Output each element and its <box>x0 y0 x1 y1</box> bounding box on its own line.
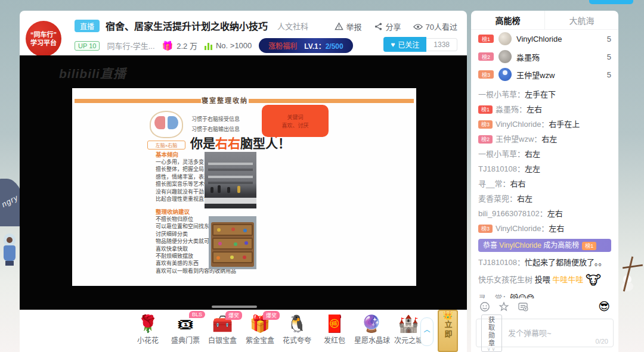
panel-tabs: 高能榜大航海 <box>471 11 618 30</box>
habit-lines: 习惯于右脑接受信息 习惯于右脑输出信息 <box>191 114 240 135</box>
toast-line1: 关键词 <box>262 113 329 122</box>
gift-badge: BLS <box>189 311 205 318</box>
section1-title: 基本倾向 <box>156 150 178 158</box>
mascot-icon: 🐧 <box>280 313 314 335</box>
slide-title-bar-left <box>75 99 201 103</box>
avatar <box>499 68 512 81</box>
boarding-ribbon[interactable]: 👑 立即 <box>438 310 458 352</box>
stream-header: “同车行” 学习平台 直播 宿舍、居家生活提升计划之收纳小技巧 人文社科 举报 … <box>20 11 467 55</box>
viewers-count: 70人看过 <box>413 21 457 32</box>
followed-label: 已关注 <box>398 39 419 49</box>
eye-icon <box>413 23 423 30</box>
section2-title: 整理收纳建议 <box>156 207 190 216</box>
message-text: 忙起来了都随便放了。。 <box>525 258 606 267</box>
emote-picker-icon[interactable] <box>479 301 490 312</box>
sunglasses-emoji-icon[interactable]: 😎 <box>598 300 610 313</box>
viewers-label: 70人看过 <box>426 21 457 32</box>
message-text: 右右 <box>510 179 525 188</box>
avatar <box>499 32 512 45</box>
rank-badge: 榜3 <box>478 70 494 79</box>
gift-bar: 🌹小花花🎟BLS盛典门票🧰爆奖白银宝盒🎁爆奖紫金宝盒🐧花式夸夸🧧发红包🔮星愿水晶… <box>20 310 467 352</box>
report-label: 举报 <box>346 21 362 32</box>
follow-count: 1338 <box>426 38 457 51</box>
gift-item[interactable]: 🐧花式夸夸 <box>280 313 314 345</box>
message-text: 左手在下 <box>525 90 556 99</box>
gift-label: 发红包 <box>324 337 345 345</box>
share-icon <box>374 22 383 31</box>
room-category[interactable]: 人文社科 <box>277 20 308 32</box>
gift-label: 星愿水晶球 <box>354 337 390 345</box>
char-counter: 0/20 <box>596 338 608 345</box>
brain-label: 左脑×右脑 <box>147 141 185 149</box>
gift-count: 2.2 万 <box>177 40 197 51</box>
gift-item[interactable]: 🔮星愿水晶球 <box>354 313 389 345</box>
chat-panel: 高能榜大航海 榜1VinylChloride5榜2淼墨殇5榜3王仲望wzw5 一… <box>471 11 618 352</box>
up-level-badge: UP 10 <box>75 41 100 51</box>
chat-message: 榜1淼墨殇：左右 <box>478 102 611 117</box>
rank-badge: 榜1 <box>478 35 494 43</box>
ranking-row[interactable]: 榜3王仲望wzw5 <box>471 66 618 83</box>
gift-label: 紫金宝盒 <box>246 337 274 345</box>
share-button[interactable]: 分享 <box>374 21 401 32</box>
streamer-logo[interactable]: “同车行” 学习平台 <box>26 21 61 57</box>
warning-icon <box>335 22 343 31</box>
tab-fleet[interactable]: 大航海 <box>544 11 618 29</box>
double-chevron-down-icon: ∨∨ <box>486 347 497 351</box>
gift-item[interactable]: 🧰爆奖白银宝盒 <box>205 313 240 345</box>
magic-star-icon[interactable] <box>499 301 509 312</box>
message-user: VinylChloride： <box>496 120 549 129</box>
chat-message: 一根小苇草：右左 <box>478 147 611 161</box>
fans-pill-label: 涨粉福利 <box>268 41 297 51</box>
danmaku-input[interactable] <box>508 329 613 338</box>
message-user: 麦香菜兜： <box>478 194 517 203</box>
top-partial-button[interactable] <box>589 0 633 4</box>
message-user: VinylChloride： <box>496 224 549 233</box>
message-user: 寻__常： <box>478 179 510 188</box>
streamer-name[interactable]: 同车行-学生... <box>107 40 154 51</box>
followed-button[interactable]: ♥ 已关注 <box>383 37 426 52</box>
tab-high-energy[interactable]: 高能榜 <box>471 11 544 29</box>
message-user: 王仲望wzw： <box>496 135 541 144</box>
logo-line2: 学习平台 <box>30 39 57 47</box>
gift-feed-message: 快乐女孩花生树 投喂 牛哇牛哇 🐮 <box>478 270 611 291</box>
gift-item[interactable]: 🎁爆奖紫金宝盒 <box>243 313 277 345</box>
gift-stat: 🎁 2.2 万 <box>162 40 197 51</box>
message-text: 左右 <box>527 105 542 114</box>
rank-value: 5 <box>607 70 611 79</box>
video-player[interactable]: bilibili直播 寝室整理收纳 左脑×右脑 习惯于右脑接受信息 习惯于右脑输… <box>20 55 467 310</box>
live-badge: 直播 <box>75 20 100 32</box>
chat-message: 一根小苇草：左手在下 <box>478 87 611 102</box>
toast-line2: 喜欢、讨厌 <box>262 122 329 130</box>
collapse-gift-bar-button[interactable]: ︿ <box>420 317 434 346</box>
gift-item[interactable]: 🧧发红包 <box>317 313 352 345</box>
player-bottom-handle[interactable] <box>212 306 257 308</box>
ranking-row[interactable]: 榜1VinylChloride5 <box>471 30 618 48</box>
gift-item[interactable]: 🎟BLS盛典门票 <box>168 313 203 345</box>
chat-toolbar: 😎 <box>471 298 618 315</box>
slide-title: 寝室整理收纳 <box>201 95 249 105</box>
bilibili-live-watermark: bilibili直播 <box>59 64 126 82</box>
message-text: 左右 <box>549 224 564 233</box>
chat-message-list: 一根小苇草：左手在下榜1淼墨殇：左右榜3VinylChloride：右手在上榜2… <box>471 83 618 298</box>
chat-message: TJ1810108：左左 <box>478 161 611 176</box>
danmaku-settings-icon[interactable] <box>518 301 529 312</box>
habit-line1: 习惯于右脑接受信息 <box>191 114 240 124</box>
rank-user-name: 王仲望wzw <box>516 69 602 80</box>
emoji-message: 寻__常：😸😏😋 <box>478 291 611 298</box>
chat-message: 榜3VinylChloride：左右 <box>478 221 611 236</box>
background-stick <box>623 264 643 269</box>
presentation-slide: 寝室整理收纳 左脑×右脑 习惯于右脑接受信息 习惯于右脑输出信息 你是右右脑型人… <box>72 88 416 286</box>
message-text: 右手在上 <box>549 120 580 129</box>
cow-emote-icon: 🐮 <box>586 273 601 288</box>
ranking-row[interactable]: 榜2淼墨殇5 <box>471 48 618 66</box>
report-button[interactable]: 举报 <box>335 21 362 32</box>
photo-toy-storage-bins <box>209 216 256 269</box>
rank-value: 5 <box>607 35 611 43</box>
message-user: TJ1810108： <box>478 258 525 267</box>
fans-benefit-pill[interactable]: 涨粉福利 LV.1：2/500 <box>259 38 352 53</box>
message-text: 右左 <box>517 194 532 203</box>
high-energy-banner: 恭喜 VinylChloride 成为高能榜榜1 <box>478 239 611 252</box>
gift-item[interactable]: 🌹小花花 <box>131 313 165 345</box>
boarding-label: 立即 <box>442 320 454 339</box>
get-medal-button[interactable]: 获取勋章 ∨∨ <box>481 314 502 352</box>
